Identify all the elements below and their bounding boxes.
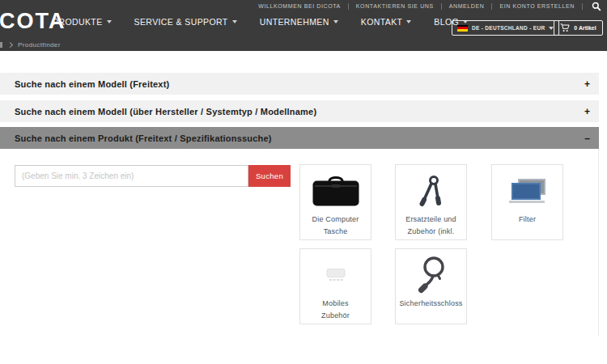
nav-item-label: SERVICE & SUPPORT	[134, 17, 228, 27]
accordion-label: Suche nach einem Modell (Freitext)	[15, 79, 169, 89]
login-link[interactable]: ANMELDEN	[449, 3, 485, 9]
cart-button[interactable]: 0 Artikel	[554, 20, 603, 36]
plus-icon: +	[584, 79, 590, 89]
divider	[348, 3, 349, 10]
accordion-produkt-suche[interactable]: Suche nach einem Produkt (Freitext / Spe…	[0, 127, 599, 149]
nav-item-unternehmen[interactable]: UNTERNEHMEN	[260, 17, 338, 27]
productfinder-page: WILLKOMMEN BEI DICOTA KONTAKTIEREN SIE U…	[0, 0, 607, 364]
chevron-down-icon	[232, 20, 237, 23]
welcome-link[interactable]: WILLKOMMEN BEI DICOTA	[258, 3, 341, 9]
category-label: Mobiles Zubehör	[321, 298, 350, 322]
category-card-ersatzteile[interactable]: Ersatzteile und Zubehör (inkl.	[395, 164, 467, 240]
chevron-down-icon	[107, 20, 112, 23]
nav-item-label: KONTAKT	[361, 17, 403, 27]
product-search-input[interactable]	[15, 165, 248, 187]
locale-label: DE - DEUTSCHLAND - EUR	[472, 25, 545, 31]
category-label: Filter	[519, 214, 536, 226]
breadcrumb-chevron-icon	[7, 41, 13, 47]
breadcrumb: Productfinder	[0, 38, 61, 51]
category-label: Ersatzteile und Zubehör (inkl.	[405, 214, 456, 238]
divider	[441, 3, 442, 10]
cable-lock-icon	[414, 252, 449, 298]
cart-count-label: 0 Artikel	[574, 25, 596, 31]
home-icon[interactable]	[0, 42, 2, 48]
divider	[491, 3, 492, 10]
accordion-model-hersteller[interactable]: Suche nach einem Modell (über Hersteller…	[0, 100, 599, 122]
germany-flag-icon	[457, 25, 468, 32]
locale-selector[interactable]: DE - DEUTSCHLAND - EUR	[452, 20, 559, 36]
category-card-computer-tasche[interactable]: Die Computer Tasche	[299, 164, 371, 240]
divider	[582, 3, 583, 10]
breadcrumb-current: Productfinder	[18, 41, 61, 49]
nav-item-label: UNTERNEHMEN	[260, 17, 329, 27]
product-search-panel: Suchen Die Computer Tasche	[0, 149, 599, 336]
accordion-label: Suche nach einem Produkt (Freitext / Spe…	[15, 133, 272, 143]
accordion-model-freitext[interactable]: Suche nach einem Modell (Freitext) +	[0, 73, 599, 95]
contact-link[interactable]: KONTAKTIEREN SIE UNS	[356, 3, 434, 9]
chevron-down-icon	[406, 20, 411, 23]
nav-item-produkte[interactable]: PRODUKTE	[53, 17, 112, 27]
main-nav: PRODUKTE SERVICE & SUPPORT UNTERNEHMEN K…	[53, 17, 468, 27]
briefcase-icon	[312, 168, 359, 214]
category-card-mobiles-zubehoer[interactable]: Mobiles Zubehör	[299, 248, 371, 324]
category-label: Sicherheitsschloss	[399, 298, 462, 310]
minus-icon: –	[584, 133, 590, 143]
chevron-down-icon	[333, 20, 338, 23]
cart-icon	[560, 23, 570, 32]
nav-item-label: PRODUKTE	[53, 17, 103, 27]
keys-icon	[417, 168, 446, 214]
nav-item-service-support[interactable]: SERVICE & SUPPORT	[134, 17, 237, 27]
privacy-filter-icon	[508, 168, 547, 214]
site-header: WILLKOMMEN BEI DICOTA KONTAKTIEREN SIE U…	[0, 0, 607, 51]
nav-item-kontakt[interactable]: KONTAKT	[361, 17, 412, 27]
utility-bar: WILLKOMMEN BEI DICOTA KONTAKTIEREN SIE U…	[0, 0, 601, 12]
power-adapter-icon	[325, 252, 347, 298]
register-link[interactable]: EIN KONTO ERSTELLEN	[499, 3, 575, 9]
search-icon[interactable]	[592, 2, 601, 11]
accordion-label: Suche nach einem Modell (über Hersteller…	[15, 107, 316, 116]
category-card-sicherheitsschloss[interactable]: Sicherheitsschloss	[395, 248, 467, 324]
category-label: Die Computer Tasche	[312, 214, 359, 238]
category-card-filter[interactable]: Filter	[491, 164, 563, 240]
search-submit-button[interactable]: Suchen	[248, 165, 291, 187]
plus-icon: +	[584, 107, 590, 116]
